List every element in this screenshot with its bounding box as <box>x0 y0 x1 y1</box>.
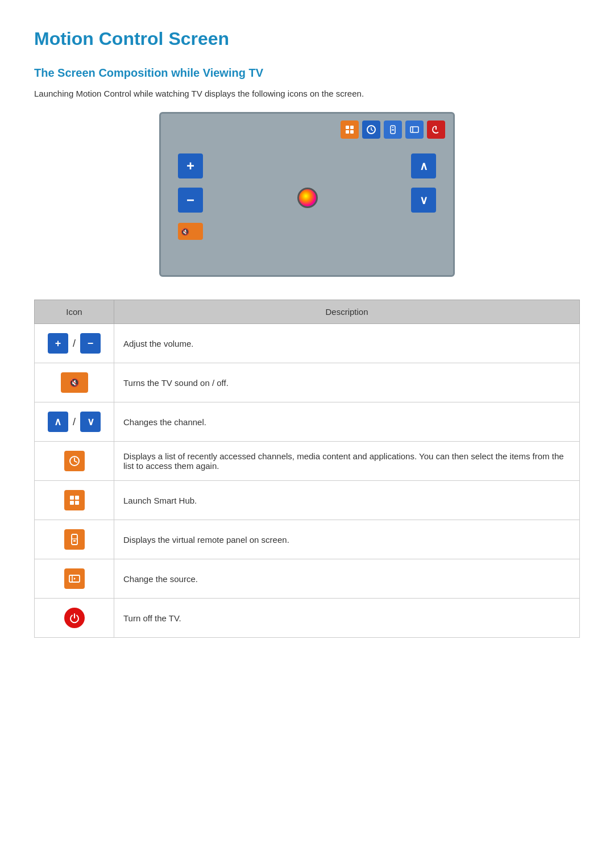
ch-down-icon: ∨ <box>80 412 101 432</box>
svg-rect-14 <box>70 496 74 500</box>
icon-cell-mute: 🔇 <box>35 363 114 402</box>
table-row: + / − Adjust the volume. <box>35 324 580 363</box>
icon-cell-power <box>35 599 114 638</box>
desc-cell-source: Change the source. <box>114 559 580 599</box>
tv-ch-up: ∧ <box>411 153 436 178</box>
plus-icon: + <box>48 333 68 354</box>
tv-power-icon <box>427 121 445 139</box>
vol-icon-group: + / − <box>48 333 101 354</box>
table-row: Launch Smart Hub. <box>35 481 580 520</box>
section-subtitle: The Screen Composition while Viewing TV <box>34 67 580 80</box>
tv-vol-minus: − <box>178 188 203 213</box>
slash-separator: / <box>73 338 76 350</box>
svg-rect-7 <box>392 129 394 131</box>
page-title: Motion Control Screen <box>34 28 580 49</box>
table-row: Change the source. <box>35 559 580 599</box>
icon-cell-remote <box>35 520 114 559</box>
remote-icon <box>64 529 85 550</box>
desc-cell-vol: Adjust the volume. <box>114 324 580 363</box>
tv-vol-plus: + <box>178 153 203 178</box>
icon-cell-source <box>35 559 114 599</box>
tv-source-icon <box>405 121 424 139</box>
table-row: Turn off the TV. <box>35 599 580 638</box>
tv-cursor <box>297 188 318 208</box>
svg-rect-18 <box>72 534 77 545</box>
minus-icon: − <box>80 333 101 354</box>
svg-rect-17 <box>75 501 79 505</box>
icon-cell-smarthub <box>35 481 114 520</box>
icon-cell-recent <box>35 442 114 481</box>
svg-text:🔇: 🔇 <box>181 227 189 236</box>
desc-cell-smarthub: Launch Smart Hub. <box>114 481 580 520</box>
svg-rect-1 <box>350 126 354 129</box>
smarthub-icon <box>64 490 85 510</box>
desc-cell-channel: Changes the channel. <box>114 402 580 442</box>
svg-rect-16 <box>70 501 74 505</box>
table-row: Displays the virtual remote panel on scr… <box>35 520 580 559</box>
tv-top-icon-bar <box>341 121 445 139</box>
intro-text: Launching Motion Control while watching … <box>34 89 580 98</box>
tv-screen-mockup: + − 🔇 ∧ ∨ <box>159 112 455 277</box>
recent-icon <box>64 451 85 471</box>
svg-rect-8 <box>410 127 418 132</box>
svg-rect-0 <box>346 126 349 129</box>
tv-ch-down: ∨ <box>411 188 436 213</box>
desc-cell-remote: Displays the virtual remote panel on scr… <box>114 520 580 559</box>
desc-cell-power: Turn off the TV. <box>114 599 580 638</box>
source-icon <box>64 568 85 589</box>
table-row: ∧ / ∨ Changes the channel. <box>35 402 580 442</box>
table-row: 🔇 Turns the TV sound on / off. <box>35 363 580 402</box>
tv-mute: 🔇 <box>178 223 203 240</box>
tv-remote-icon <box>384 121 402 139</box>
desc-cell-recent: Displays a list of recently accessed cha… <box>114 442 580 481</box>
desc-cell-mute: Turns the TV sound on / off. <box>114 363 580 402</box>
col-header-icon: Icon <box>35 300 114 324</box>
channel-icon-group: ∧ / ∨ <box>48 412 101 432</box>
icon-cell-channel: ∧ / ∨ <box>35 402 114 442</box>
slash-separator2: / <box>73 416 76 428</box>
table-header-row: Icon Description <box>35 300 580 324</box>
ch-up-icon: ∧ <box>48 412 68 432</box>
col-header-desc: Description <box>114 300 580 324</box>
power-icon <box>64 608 85 628</box>
svg-rect-2 <box>346 130 349 134</box>
svg-rect-3 <box>350 130 354 134</box>
svg-rect-15 <box>75 496 79 500</box>
mute-icon: 🔇 <box>61 372 88 393</box>
icon-cell-vol: + / − <box>35 324 114 363</box>
svg-rect-20 <box>73 540 76 542</box>
tv-smarthub-icon <box>341 121 359 139</box>
icon-description-table: Icon Description + / − Adjust the volume… <box>34 300 580 638</box>
tv-recent-icon <box>362 121 380 139</box>
table-row: Displays a list of recently accessed cha… <box>35 442 580 481</box>
